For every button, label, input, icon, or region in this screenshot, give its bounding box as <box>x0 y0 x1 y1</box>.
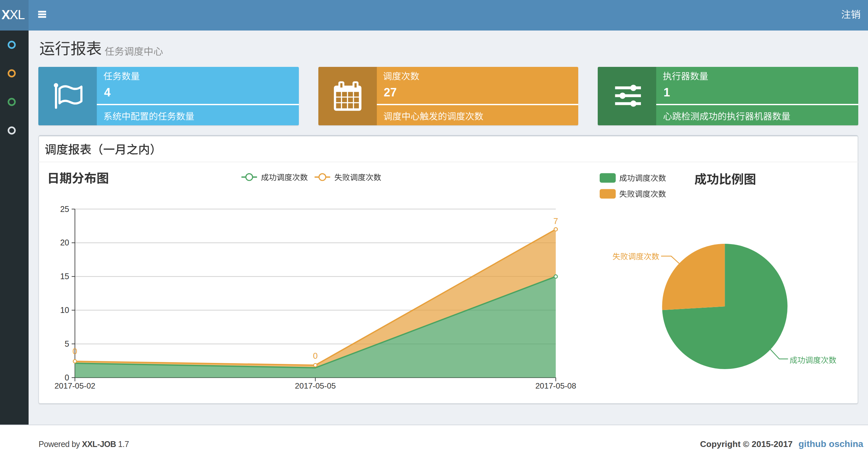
svg-text:2017-05-02: 2017-05-02 <box>55 382 95 390</box>
svg-text:github: github <box>799 439 827 449</box>
svg-text:0: 0 <box>313 351 317 361</box>
svg-text:0: 0 <box>72 347 77 356</box>
svg-text:1: 1 <box>663 86 670 99</box>
svg-text:4: 4 <box>104 86 111 99</box>
svg-text:20: 20 <box>60 238 69 247</box>
svg-text:27: 27 <box>384 86 397 99</box>
svg-text:0: 0 <box>65 373 69 382</box>
svg-text:7: 7 <box>554 216 558 226</box>
svg-text:XXL: XXL <box>1 7 24 22</box>
svg-text:Powered by XXL-JOB 1.7: Powered by XXL-JOB 1.7 <box>39 439 129 449</box>
svg-text:25: 25 <box>60 204 69 214</box>
svg-text:oschina: oschina <box>829 439 864 449</box>
svg-text:2017-05-05: 2017-05-05 <box>295 382 336 390</box>
svg-text:5: 5 <box>65 339 69 348</box>
svg-text:15: 15 <box>60 272 69 281</box>
svg-text:Copyright © 2015-2017: Copyright © 2015-2017 <box>700 439 793 449</box>
svg-text:2017-05-08: 2017-05-08 <box>535 382 576 390</box>
svg-text:10: 10 <box>60 305 69 315</box>
